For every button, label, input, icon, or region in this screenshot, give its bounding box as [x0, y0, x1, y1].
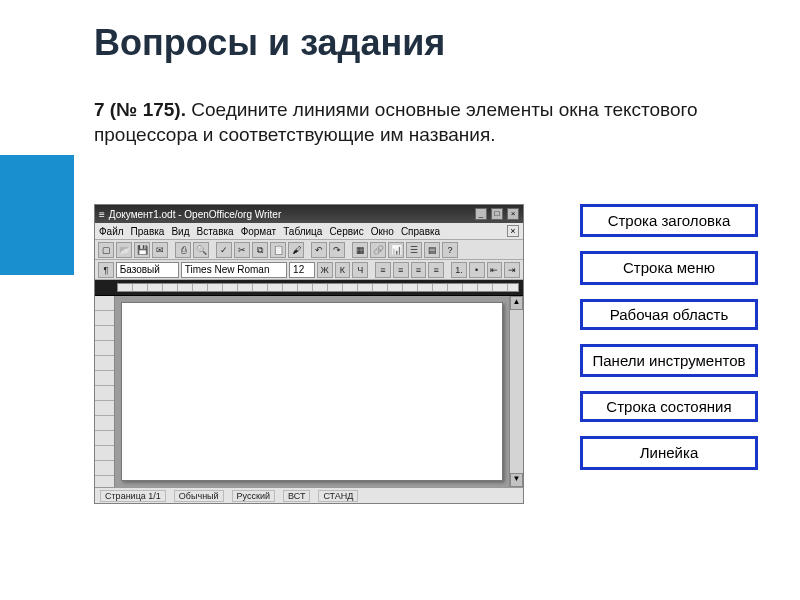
scrollbar-vertical[interactable]: ▲ ▼	[509, 296, 523, 487]
menu-table[interactable]: Таблица	[283, 226, 322, 237]
spellcheck-icon[interactable]: ✓	[216, 242, 232, 258]
undo-icon[interactable]: ↶	[311, 242, 327, 258]
align-center-icon[interactable]: ≡	[393, 262, 409, 278]
task-text: 7 (№ 175). Соедините линиями основные эл…	[94, 98, 714, 147]
titlebar: ≡ Документ1.odt - OpenOffice/org Writer …	[95, 205, 523, 223]
font-combo[interactable]: Times New Roman	[181, 262, 287, 278]
status-ins: ВСТ	[283, 490, 310, 502]
app-window: ≡ Документ1.odt - OpenOffice/org Writer …	[94, 204, 524, 504]
gallery-icon[interactable]: ▤	[424, 242, 440, 258]
task-number: 7 (№ 175).	[94, 99, 186, 120]
underline-button[interactable]: Ч	[352, 262, 368, 278]
status-style: Обычный	[174, 490, 224, 502]
redo-icon[interactable]: ↷	[329, 242, 345, 258]
status-lang: Русский	[232, 490, 275, 502]
close-doc-button[interactable]: ×	[507, 225, 519, 237]
cut-icon[interactable]: ✂	[234, 242, 250, 258]
close-button[interactable]: ×	[507, 208, 519, 220]
slide-title: Вопросы и задания	[94, 22, 445, 64]
brush-icon[interactable]: 🖌	[288, 242, 304, 258]
styles-icon[interactable]: ¶	[98, 262, 114, 278]
link-icon[interactable]: 🔗	[370, 242, 386, 258]
label-toolbars[interactable]: Панели инструментов	[580, 344, 758, 377]
paste-icon[interactable]: 📋	[270, 242, 286, 258]
bold-button[interactable]: Ж	[317, 262, 333, 278]
save-icon[interactable]: 💾	[134, 242, 150, 258]
document-page[interactable]	[121, 302, 503, 481]
menu-format[interactable]: Формат	[241, 226, 277, 237]
window-title: Документ1.odt - OpenOffice/org Writer	[109, 209, 281, 220]
list-bullet-icon[interactable]: •	[469, 262, 485, 278]
statusbar: Страница 1/1 Обычный Русский ВСТ СТАНД	[95, 487, 523, 503]
accent-bar	[0, 155, 74, 275]
align-right-icon[interactable]: ≡	[411, 262, 427, 278]
work-area: ▲ ▼	[95, 296, 523, 487]
indent-dec-icon[interactable]: ⇤	[487, 262, 503, 278]
italic-button[interactable]: К	[335, 262, 351, 278]
open-icon[interactable]: 📂	[116, 242, 132, 258]
menu-window[interactable]: Окно	[371, 226, 394, 237]
label-workarea[interactable]: Рабочая область	[580, 299, 758, 330]
label-statusbar[interactable]: Строка состояния	[580, 391, 758, 422]
help-icon[interactable]: ?	[442, 242, 458, 258]
toolbar-formatting: ¶ Базовый Times New Roman 12 Ж К Ч ≡ ≡ ≡…	[95, 260, 523, 280]
menubar: Файл Правка Вид Вставка Формат Таблица С…	[95, 223, 523, 240]
ruler-horizontal[interactable]	[95, 280, 523, 296]
copy-icon[interactable]: ⧉	[252, 242, 268, 258]
doc-icon: ≡	[99, 209, 105, 220]
menu-insert[interactable]: Вставка	[196, 226, 233, 237]
ruler-vertical[interactable]	[95, 296, 115, 487]
indent-inc-icon[interactable]: ⇥	[504, 262, 520, 278]
label-menubar[interactable]: Строка меню	[580, 251, 758, 284]
toolbar-standard: ▢ 📂 💾 ✉ ⎙ 🔍 ✓ ✂ ⧉ 📋 🖌 ↶ ↷ ▦ 🔗 📊 ☰ ▤ ?	[95, 240, 523, 260]
labels-column: Строка заголовка Строка меню Рабочая обл…	[580, 204, 758, 470]
menu-file[interactable]: Файл	[99, 226, 124, 237]
list-num-icon[interactable]: 1.	[451, 262, 467, 278]
new-icon[interactable]: ▢	[98, 242, 114, 258]
label-titlebar[interactable]: Строка заголовка	[580, 204, 758, 237]
align-justify-icon[interactable]: ≡	[428, 262, 444, 278]
preview-icon[interactable]: 🔍	[193, 242, 209, 258]
chart-icon[interactable]: 📊	[388, 242, 404, 258]
style-combo[interactable]: Базовый	[116, 262, 179, 278]
status-mode: СТАНД	[318, 490, 358, 502]
print-icon[interactable]: ⎙	[175, 242, 191, 258]
menu-tools[interactable]: Сервис	[329, 226, 363, 237]
nav-icon[interactable]: ☰	[406, 242, 422, 258]
menu-help[interactable]: Справка	[401, 226, 440, 237]
maximize-button[interactable]: □	[491, 208, 503, 220]
mail-icon[interactable]: ✉	[152, 242, 168, 258]
size-combo[interactable]: 12	[289, 262, 315, 278]
minimize-button[interactable]: _	[475, 208, 487, 220]
table-icon[interactable]: ▦	[352, 242, 368, 258]
align-left-icon[interactable]: ≡	[375, 262, 391, 278]
label-ruler[interactable]: Линейка	[580, 436, 758, 469]
scroll-up-icon[interactable]: ▲	[510, 296, 523, 310]
menu-view[interactable]: Вид	[171, 226, 189, 237]
scroll-down-icon[interactable]: ▼	[510, 473, 523, 487]
menu-edit[interactable]: Правка	[131, 226, 165, 237]
status-page: Страница 1/1	[100, 490, 166, 502]
